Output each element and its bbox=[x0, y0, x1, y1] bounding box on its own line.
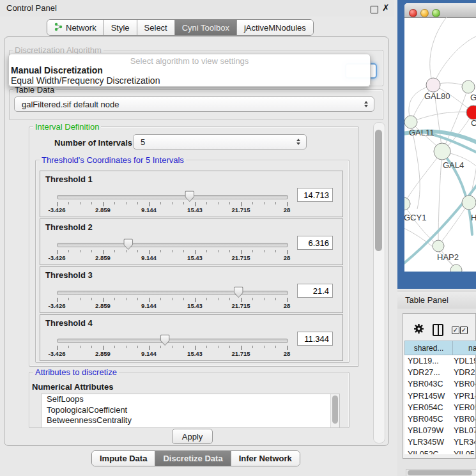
tab-infer-network[interactable]: Infer Network bbox=[231, 451, 300, 466]
table-scrollbar-thumb[interactable] bbox=[408, 470, 472, 475]
tab-style[interactable]: Style bbox=[104, 20, 137, 35]
tick-label: 28 bbox=[284, 206, 291, 213]
zoom-traffic-light-icon[interactable] bbox=[432, 9, 440, 17]
attribute-item-selfloops[interactable]: SelfLoops bbox=[42, 394, 339, 405]
tick-label: 15.43 bbox=[187, 350, 203, 357]
network-node-h[interactable] bbox=[462, 196, 476, 210]
network-node-label: H bbox=[471, 213, 476, 222]
table-row[interactable]: YIL052CYIL052C bbox=[404, 449, 475, 455]
network-node-gal4[interactable] bbox=[434, 143, 450, 160]
close-traffic-light-icon[interactable] bbox=[409, 9, 417, 17]
tick-label: 21.715 bbox=[231, 350, 250, 357]
cell-name: YBR045C bbox=[454, 415, 475, 424]
table-horizontal-scrollbar[interactable] bbox=[406, 469, 476, 476]
tick-label: -3.426 bbox=[49, 302, 66, 309]
table-row[interactable]: YDL19...YDL19... bbox=[404, 355, 475, 367]
algorithm-option-manual-discretization[interactable]: Manual Discretization bbox=[11, 65, 103, 75]
tab-label: jActiveMNodules bbox=[244, 23, 306, 33]
network-node-label: GAL4 bbox=[443, 160, 464, 170]
algorithm-option-equal-width-frequency-discretization[interactable]: Equal Width/Frequency Discretization bbox=[11, 75, 160, 86]
network-canvas[interactable]: GAL80GACGAL11GAL4GCY1HHAP2 bbox=[404, 17, 476, 272]
tab-discretize-data[interactable]: Discretize Data bbox=[155, 451, 231, 466]
cell-shared-name: YBR045C bbox=[408, 415, 443, 424]
cell-shared-name: YIL052C bbox=[408, 450, 439, 455]
attribute-item-topologicalcoefficient[interactable]: TopologicalCoefficient bbox=[42, 405, 339, 416]
network-node-ga[interactable] bbox=[462, 81, 475, 93]
network-edge bbox=[411, 112, 473, 122]
table-row[interactable]: YPR145WYPR145W bbox=[404, 390, 475, 402]
columns-icon[interactable] bbox=[433, 324, 443, 336]
cell-shared-name: YDR27... bbox=[408, 368, 440, 377]
threshold-1-slider-track[interactable] bbox=[57, 195, 288, 199]
table-row[interactable]: YBR043CYBR043C bbox=[404, 378, 475, 390]
network-edge bbox=[404, 151, 442, 204]
threshold-4-value-field[interactable] bbox=[297, 332, 333, 346]
bottom-tab-bar: Impute DataDiscretize DataInfer Network bbox=[91, 450, 300, 466]
table-row[interactable]: YBL079WYBL079W bbox=[404, 425, 475, 436]
tick-label: 21.715 bbox=[231, 302, 250, 309]
combo-stepper-icon bbox=[296, 139, 300, 145]
table-panel-body: ✓ ✓ shared...name YDL19...YDL19...YDR27.… bbox=[397, 309, 476, 476]
threshold-2-value-field[interactable] bbox=[297, 236, 333, 250]
network-node-hap2[interactable] bbox=[433, 240, 444, 252]
checkbox-checked-icon[interactable]: ✓ bbox=[452, 326, 459, 334]
network-window-titlebar[interactable] bbox=[404, 3, 476, 18]
table-row[interactable]: YBR045CYBR045C bbox=[404, 413, 475, 425]
attributes-scrollbar[interactable] bbox=[330, 394, 339, 427]
interval-definition-label: Interval Definition bbox=[33, 122, 101, 132]
table-panel-title: Table Panel bbox=[405, 295, 449, 305]
tab-select[interactable]: Select bbox=[137, 20, 175, 35]
tab-impute-data[interactable]: Impute Data bbox=[92, 451, 155, 466]
threshold-4-box: Threshold 4-3.4262.8599.14415.4321.71528 bbox=[40, 314, 343, 361]
threshold-2-slider-track[interactable] bbox=[57, 243, 288, 247]
panel-scrollbar-thumb[interactable] bbox=[375, 130, 382, 251]
threshold-1-value-field[interactable] bbox=[297, 188, 333, 202]
minimize-traffic-light-icon[interactable] bbox=[420, 9, 429, 17]
tick-label: 9.144 bbox=[141, 350, 157, 357]
tick-label: 15.43 bbox=[187, 254, 203, 261]
network-node-c[interactable] bbox=[466, 105, 476, 119]
network-edge bbox=[433, 36, 476, 85]
network-node-gcy1[interactable] bbox=[404, 197, 410, 210]
numerical-attributes-list[interactable]: SelfLoopsTopologicalCoefficientBetweenne… bbox=[41, 394, 340, 428]
attributes-group-label: Attributes to discretize bbox=[33, 367, 119, 377]
number-of-intervals-combo[interactable]: 5 bbox=[133, 134, 307, 150]
tab-cyni-toolbox[interactable]: Cyni Toolbox bbox=[175, 20, 237, 35]
network-icon bbox=[54, 22, 63, 33]
table-data-combo[interactable]: galFiltered.sif default node bbox=[14, 96, 374, 112]
network-node-gal80[interactable] bbox=[426, 78, 440, 92]
float-window-icon[interactable] bbox=[371, 6, 378, 13]
threshold-4-slider-track[interactable] bbox=[57, 339, 288, 343]
checkbox-checked-icon[interactable]: ✓ bbox=[460, 326, 468, 334]
cell-name: YIL052C bbox=[454, 450, 475, 455]
attributes-scrollbar-thumb[interactable] bbox=[332, 395, 338, 424]
threshold-3-value-field[interactable] bbox=[297, 284, 333, 298]
network-edge bbox=[404, 228, 456, 269]
gear-icon[interactable] bbox=[413, 323, 424, 334]
apply-button[interactable]: Apply bbox=[172, 429, 213, 444]
table-row[interactable]: YER054CYER054C bbox=[404, 402, 475, 413]
tab-jactivemnodules[interactable]: jActiveMNodules bbox=[237, 20, 313, 35]
threshold-3-slider-track[interactable] bbox=[57, 291, 288, 295]
table-row[interactable]: YDR27...YDR27... bbox=[404, 367, 475, 378]
table-row[interactable]: YLR345WYLR345W bbox=[404, 436, 475, 448]
number-of-intervals-value: 5 bbox=[141, 137, 145, 147]
threshold-3-slider-thumb[interactable] bbox=[234, 286, 243, 298]
threshold-2-slider-thumb[interactable] bbox=[123, 238, 133, 250]
tick-label: 15.43 bbox=[187, 302, 203, 309]
close-icon[interactable]: ✗ bbox=[382, 3, 390, 13]
network-window: GAL80GACGAL11GAL4GCY1HHAP2 bbox=[404, 3, 476, 272]
network-node-gal11[interactable] bbox=[404, 116, 417, 128]
threshold-4-slider-thumb[interactable] bbox=[160, 334, 170, 346]
network-node-partial[interactable] bbox=[450, 265, 462, 272]
cell-name: YLR345W bbox=[454, 438, 475, 447]
node-table-container: ✓ ✓ shared...name YDL19...YDL19...YDR27.… bbox=[403, 313, 476, 459]
column-header-name[interactable]: name bbox=[452, 341, 476, 355]
threshold-1-box: Threshold 1-3.4262.8599.14415.4321.71528 bbox=[40, 171, 343, 217]
attribute-item-betweennesscentrality[interactable]: BetweennessCentrality bbox=[42, 415, 339, 426]
threshold-1-slider-thumb[interactable] bbox=[185, 190, 194, 202]
tab-network[interactable]: Network bbox=[47, 20, 104, 35]
column-header-shared[interactable]: shared... bbox=[404, 341, 453, 355]
top-tab-bar: NetworkStyleSelectCyni ToolboxjActiveMNo… bbox=[47, 19, 314, 36]
cell-shared-name: YER054C bbox=[408, 403, 443, 412]
